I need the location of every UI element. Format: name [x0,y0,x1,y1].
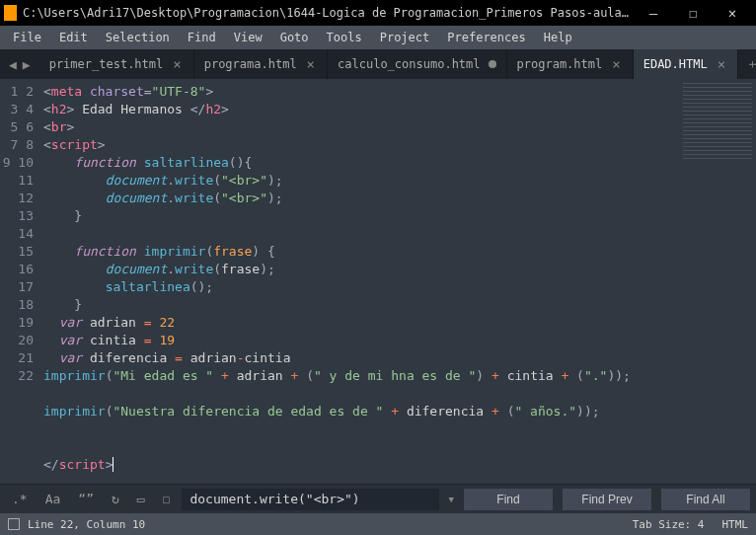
titlebar: C:\Users\Adri17\Desktop\Programacion\164… [0,0,756,26]
minimize-button[interactable]: — [634,0,673,26]
new-tab-button[interactable]: ＋▼ [738,49,756,79]
tab-program[interactable]: program.html× [507,49,634,79]
menu-find[interactable]: Find [179,31,225,44]
minimap[interactable] [677,79,756,484]
menu-goto[interactable]: Goto [271,31,318,44]
word-toggle[interactable]: “” [72,490,100,508]
line-gutter: 1 2 3 4 5 6 7 8 9 10 11 12 13 14 15 16 1… [0,79,43,484]
find-input[interactable] [182,489,438,510]
cursor-position[interactable]: Line 22, Column 10 [28,518,145,531]
tab-next-icon[interactable]: ▶ [20,57,34,72]
menubar: File Edit Selection Find View Goto Tools… [0,26,756,49]
menu-help[interactable]: Help [535,31,581,44]
menu-edit[interactable]: Edit [50,31,97,44]
find-all-button[interactable]: Find All [661,489,750,510]
menu-preferences[interactable]: Preferences [438,31,534,44]
tab-programa[interactable]: programa.html× [194,49,328,79]
highlight-toggle[interactable]: ☐ [157,490,177,508]
menu-tools[interactable]: Tools [318,31,371,44]
close-button[interactable]: ✕ [713,0,752,26]
close-icon[interactable]: × [610,56,622,72]
tab-prev-icon[interactable]: ◀ [6,57,20,72]
regex-toggle[interactable]: .* [6,490,34,508]
close-icon[interactable]: × [305,56,317,72]
code-area[interactable]: <meta charset="UTF-8"> <h2> Edad Hermano… [43,79,677,484]
window-title: C:\Users\Adri17\Desktop\Programacion\164… [23,6,634,20]
editor[interactable]: 1 2 3 4 5 6 7 8 9 10 11 12 13 14 15 16 1… [0,79,756,484]
tabbar: ◀ ▶ primer_test.html× programa.html× cal… [0,49,756,79]
tab-calculo-consumo[interactable]: calculo_consumo.html [328,49,507,79]
tab-size[interactable]: Tab Size: 4 [633,518,705,531]
case-toggle[interactable]: Aa [39,490,67,508]
panel-icon[interactable] [8,518,20,530]
menu-selection[interactable]: Selection [97,31,179,44]
selection-toggle[interactable]: ▭ [131,490,151,508]
tab-edad[interactable]: EDAD.HTML× [634,49,738,79]
tab-primer-test[interactable]: primer_test.html× [39,49,194,79]
dirty-icon [489,60,496,68]
window-controls: — ☐ ✕ [634,0,752,26]
chevron-down-icon[interactable]: ▼ [449,495,454,504]
close-icon[interactable]: × [171,56,183,72]
maximize-button[interactable]: ☐ [673,0,713,26]
find-bar: .* Aa “” ↻ ▭ ☐ ▼ Find Find Prev Find All [0,484,756,513]
app-icon [4,5,17,21]
wrap-toggle[interactable]: ↻ [106,490,125,508]
menu-view[interactable]: View [225,31,271,44]
close-icon[interactable]: × [716,56,727,72]
statusbar: Line 22, Column 10 Tab Size: 4 HTML [0,513,756,535]
syntax-mode[interactable]: HTML [722,518,749,531]
menu-project[interactable]: Project [371,31,439,44]
find-prev-button[interactable]: Find Prev [563,489,651,510]
menu-file[interactable]: File [4,31,50,44]
find-button[interactable]: Find [464,489,553,510]
